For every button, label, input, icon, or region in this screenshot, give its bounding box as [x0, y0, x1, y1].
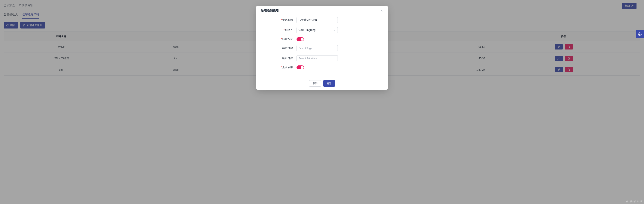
- label-tag-filter: 标签过滤 :: [261, 46, 296, 50]
- ok-button[interactable]: 确定: [323, 80, 335, 86]
- receiver-value: 汤姆-DingDing: [298, 28, 316, 32]
- modal-title: 新增通知策略: [261, 8, 279, 12]
- policy-name-input[interactable]: [296, 17, 338, 23]
- close-icon[interactable]: [380, 10, 383, 12]
- gear-icon: [638, 32, 642, 36]
- label-policy-name: *策略名称 :: [261, 18, 296, 22]
- tag-filter-placeholder: Select Tags: [298, 47, 312, 50]
- svg-point-6: [640, 34, 640, 35]
- label-forward-all: *转发所有 :: [261, 38, 296, 41]
- tag-filter-select[interactable]: Select Tags: [296, 45, 338, 51]
- forward-all-toggle[interactable]: [296, 37, 304, 41]
- settings-fab[interactable]: [636, 30, 644, 38]
- watermark: 稀土掘金技术社区: [626, 200, 642, 203]
- cancel-button[interactable]: 取消: [309, 80, 321, 86]
- label-level-filter: 级别过滤 :: [261, 56, 296, 60]
- add-policy-modal: 新增通知策略 *策略名称 : *接收人 : 汤姆-DingDing: [256, 6, 388, 90]
- receiver-select[interactable]: 汤姆-DingDing: [296, 27, 338, 33]
- chevron-down-icon: [334, 29, 336, 31]
- level-filter-select[interactable]: Select Priorities: [296, 55, 338, 61]
- label-enabled: *是否启用 :: [261, 66, 296, 69]
- enabled-toggle[interactable]: [296, 66, 304, 69]
- label-receiver: *接收人 :: [261, 28, 296, 32]
- modal-overlay[interactable]: 新增通知策略 *策略名称 : *接收人 : 汤姆-DingDing: [0, 0, 644, 204]
- level-filter-placeholder: Select Priorities: [298, 57, 317, 60]
